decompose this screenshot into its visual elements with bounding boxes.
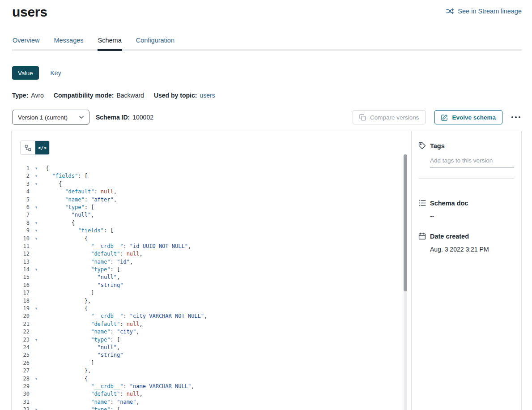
more-options-button[interactable] — [510, 114, 522, 120]
schema-doc-heading: Schema doc — [418, 199, 514, 207]
tab-schema[interactable]: Schema — [98, 33, 122, 51]
tags-title: Tags — [430, 142, 445, 149]
fold-toggle-icon[interactable]: ▾ — [34, 204, 39, 211]
tags-input[interactable] — [430, 156, 514, 167]
line-number: 31 — [12, 398, 30, 406]
fold-spacer — [34, 297, 39, 305]
code-line: 18 }, — [12, 297, 411, 305]
tab-configuration[interactable]: Configuration — [136, 33, 175, 51]
code-line: 26 ] — [12, 359, 411, 367]
evolve-schema-button[interactable]: Evolve schema — [434, 110, 502, 124]
topic-link[interactable]: users — [200, 92, 215, 99]
version-select[interactable]: Version 1 (current) — [12, 110, 89, 125]
fold-toggle-icon[interactable]: ▾ — [34, 180, 39, 188]
fold-toggle-icon[interactable]: ▾ — [34, 227, 39, 235]
tree-view-button[interactable] — [21, 141, 35, 154]
code-text: "name": "after", — [46, 196, 117, 204]
code-line: 23▾ "type": [ — [12, 336, 411, 344]
line-number: 17 — [12, 289, 30, 297]
stream-lineage-label: See in Stream lineage — [458, 8, 522, 15]
line-number: 23 — [12, 336, 30, 344]
line-number: 8 — [12, 219, 30, 227]
fold-toggle-icon[interactable]: ▾ — [34, 336, 39, 344]
fold-spacer — [34, 320, 39, 328]
code-text: "null", — [46, 211, 94, 219]
page-top: users See in Stream lineage Overview Mes… — [0, 0, 532, 125]
editor-scrollbar[interactable] — [404, 154, 407, 410]
fold-spacer — [34, 250, 39, 258]
line-number: 5 — [12, 196, 30, 204]
fold-spacer — [34, 282, 39, 289]
code-text: ] — [46, 359, 94, 367]
tag-icon — [418, 142, 426, 149]
schema-id-value: 100002 — [132, 114, 153, 121]
calendar-icon — [418, 232, 426, 240]
code-line: 30 "default": null, — [12, 390, 411, 398]
fold-spacer — [34, 351, 39, 359]
code-text: "__crdb__": "city VARCHAR NOT NULL", — [46, 312, 207, 320]
code-text: "__crdb__": "name VARCHAR NULL", — [46, 383, 194, 390]
code-text: "default": null, — [46, 320, 143, 328]
line-number: 32 — [12, 406, 30, 410]
line-number: 12 — [12, 250, 30, 258]
fold-spacer — [34, 188, 39, 196]
stream-lineage-link[interactable]: See in Stream lineage — [446, 8, 522, 15]
code-lines: 1▾{2▾ "fields": [3▾ {4 "default": null,5… — [12, 165, 411, 410]
date-created-value: Aug. 3 2022 3:21 PM — [430, 246, 514, 253]
fold-spacer — [34, 243, 39, 250]
code-line: 9▾ "fields": [ — [12, 227, 411, 235]
fold-toggle-icon[interactable]: ▾ — [34, 219, 39, 227]
compatibility-value: Backward — [116, 92, 144, 99]
line-number: 14 — [12, 266, 30, 273]
line-number: 6 — [12, 204, 30, 211]
code-text: "type": [ — [46, 406, 120, 410]
fold-spacer — [34, 344, 39, 351]
fold-toggle-icon[interactable]: ▾ — [34, 406, 39, 410]
code-line: 16 "string" — [12, 282, 411, 289]
type-label: Type: — [12, 92, 28, 99]
code-line: 10▾ { — [12, 235, 411, 243]
fold-spacer — [34, 273, 39, 281]
line-number: 15 — [12, 273, 30, 281]
line-number: 9 — [12, 227, 30, 235]
schema-editor: </> 1▾{2▾ "fields": [3▾ {4 "default": nu… — [12, 131, 412, 410]
code-line: 17 ] — [12, 289, 411, 297]
editor-scrollbar-thumb[interactable] — [404, 154, 407, 291]
line-number: 3 — [12, 180, 30, 188]
fold-spacer — [34, 196, 39, 204]
code-text: "default": null, — [46, 188, 117, 196]
fold-toggle-icon[interactable]: ▾ — [34, 235, 39, 243]
code-text: "null", — [46, 273, 120, 281]
tags-section: Tags — [418, 142, 514, 179]
compatibility-mode: Compatibility mode: Backward — [54, 92, 144, 99]
editor-view-toggle: </> — [20, 141, 50, 155]
line-number: 28 — [12, 375, 30, 383]
ellipsis-icon — [511, 116, 521, 119]
code-text: "name": "city", — [46, 328, 140, 336]
code-text: "fields": [ — [46, 172, 88, 180]
fold-toggle-icon[interactable]: ▾ — [34, 305, 39, 312]
line-number: 29 — [12, 383, 30, 390]
value-toggle-button[interactable]: Value — [12, 66, 39, 80]
value-key-toggle: Value Key — [12, 66, 522, 80]
compare-versions-button[interactable]: Compare versions — [353, 110, 426, 124]
tab-overview[interactable]: Overview — [12, 33, 40, 51]
fold-toggle-icon[interactable]: ▾ — [34, 266, 39, 273]
fold-spacer — [34, 398, 39, 406]
line-number: 7 — [12, 211, 30, 219]
code-line: 11 "__crdb__": "id UUID NOT NULL", — [12, 243, 411, 250]
line-number: 13 — [12, 258, 30, 266]
schema-meta-row: Type: Avro Compatibility mode: Backward … — [12, 92, 522, 99]
date-created-title: Date created — [430, 233, 469, 240]
fold-toggle-icon[interactable]: ▾ — [34, 165, 39, 172]
line-number: 2 — [12, 172, 30, 180]
code-view-button[interactable]: </> — [35, 141, 49, 154]
fold-toggle-icon[interactable]: ▾ — [34, 172, 39, 180]
code-line: 7 "null", — [12, 211, 411, 219]
key-toggle-button[interactable]: Key — [51, 69, 61, 77]
schema-type: Type: Avro — [12, 92, 44, 99]
tab-messages[interactable]: Messages — [53, 33, 84, 51]
fold-spacer — [34, 390, 39, 398]
code-line: 15 "null", — [12, 273, 411, 281]
fold-toggle-icon[interactable]: ▾ — [34, 375, 39, 383]
